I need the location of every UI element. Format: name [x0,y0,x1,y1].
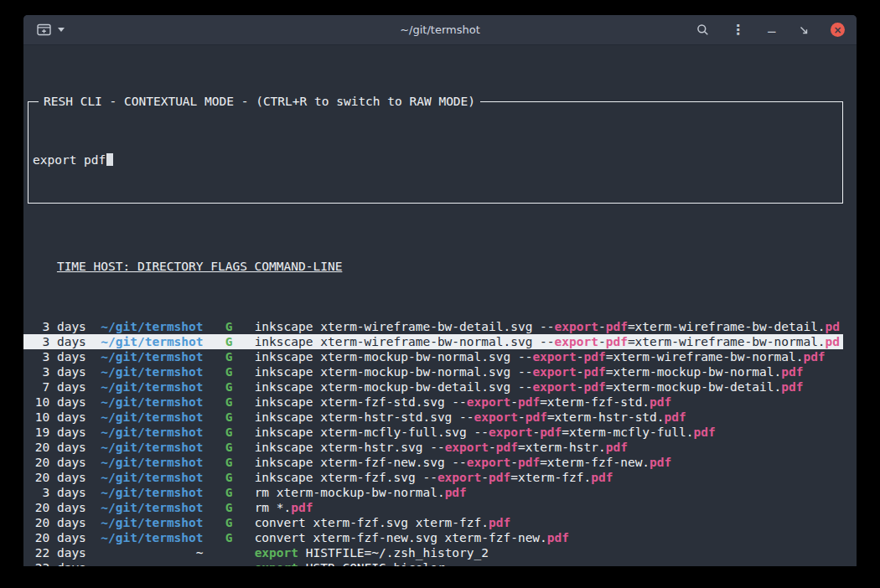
history-row[interactable]: 20 days ~/git/termshot G inkscape xterm-… [23,440,843,455]
search-icon [696,23,709,36]
search-input[interactable]: export pdf [33,152,838,168]
history-row-selected[interactable]: 3 days ~/git/termshot G inkscape xterm-w… [23,334,843,349]
terminal-content: RESH CLI - CONTEXTUAL MODE - (CTRL+R to … [23,45,857,566]
history-row[interactable]: 7 days ~/git/termshot G inkscape xterm-m… [23,379,843,395]
table-header-text: TIME HOST: DIRECTORY FLAGS COMMAND-LINE [57,260,342,273]
text-cursor [106,153,113,166]
query-box-title: RESH CLI - CONTEXTUAL MODE - (CTRL+R to … [39,94,480,109]
terminal-window: ~/git/termshot ⋮ − × RESH CLI [23,15,857,566]
close-button[interactable]: × [831,23,845,37]
history-row[interactable]: 3 days ~/git/termshot G inkscape xterm-w… [23,319,843,334]
history-row[interactable]: 3 days ~/git/termshot G inkscape xterm-m… [23,349,843,364]
history-row[interactable]: 23 days ~ export HSTR_CONFIG=hicolor [23,560,843,566]
history-row[interactable]: 10 days ~/git/termshot G inkscape xterm-… [23,410,843,425]
titlebar[interactable]: ~/git/termshot ⋮ − × [23,15,857,45]
history-row[interactable]: 20 days ~/git/termshot G inkscape xterm-… [23,455,843,470]
history-row[interactable]: 20 days ~/git/termshot G convert xterm-f… [23,515,843,530]
history-row[interactable]: 3 days ~/git/termshot G rm xterm-mockup-… [23,485,843,500]
history-row[interactable]: 20 days ~/git/termshot G inkscape xterm-… [23,470,843,485]
new-terminal-button[interactable] [37,23,51,36]
restore-window-button[interactable] [799,25,809,35]
table-header: TIME HOST: DIRECTORY FLAGS COMMAND-LINE [28,259,843,274]
kebab-menu-icon[interactable]: ⋮ [731,23,744,37]
history-row[interactable]: 20 days ~/git/termshot G convert xterm-f… [23,530,843,545]
query-box: RESH CLI - CONTEXTUAL MODE - (CTRL+R to … [28,101,843,204]
restore-window-icon [799,25,809,35]
query-text: export pdf [33,153,106,167]
search-button[interactable] [696,23,709,36]
history-row[interactable]: 19 days ~/git/termshot G inkscape xterm-… [23,425,843,440]
minimize-button[interactable]: − [766,21,777,39]
history-row[interactable]: 10 days ~/git/termshot G inkscape xterm-… [23,395,843,410]
menu-caret-icon[interactable] [58,28,65,32]
history-row[interactable]: 3 days ~/git/termshot G inkscape xterm-m… [23,364,843,379]
new-terminal-icon [37,23,51,36]
history-list: 3 days ~/git/termshot G inkscape xterm-w… [28,319,843,566]
history-row[interactable]: 20 days ~/git/termshot G rm *.pdf [23,500,843,515]
close-icon: × [833,25,841,35]
history-row[interactable]: 22 days ~ export HISTFILE=~/.zsh_history… [23,545,843,560]
